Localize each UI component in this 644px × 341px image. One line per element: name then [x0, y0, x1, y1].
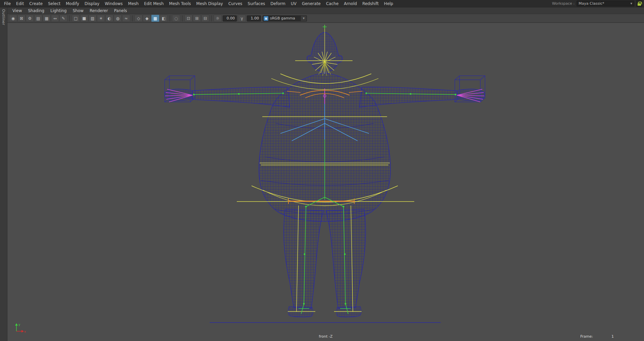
view-transform-value: sRGB gamma	[270, 16, 295, 20]
toolbar-separator	[182, 15, 182, 21]
menu-select[interactable]: Select	[45, 0, 63, 7]
chevron-down-icon: ▼	[631, 2, 632, 5]
camera-hud-label: front -Z	[319, 334, 332, 339]
panel-menu-show[interactable]: Show	[70, 7, 87, 14]
exposure-icon[interactable]: ☼	[214, 15, 222, 22]
exposure-field[interactable]: 0.00	[223, 15, 237, 21]
menu-generate[interactable]: Generate	[299, 0, 323, 7]
viewport-canvas[interactable]: y x	[7, 23, 644, 341]
menu-redshift[interactable]: Redshift	[360, 0, 381, 7]
panel-toolbar: ◉ ⊠ ⚙ ▤ ▦ ↔ ✎ □ ■ ▨ ☀ ◐ ◍ ≈ ◇ ◆ ▩ ◧	[7, 14, 644, 23]
safe-action-icon[interactable]: ⊟	[201, 15, 209, 22]
panel-menu-lighting[interactable]: Lighting	[47, 7, 70, 14]
menu-modify[interactable]: Modify	[63, 0, 82, 7]
menu-curves[interactable]: Curves	[226, 0, 245, 7]
toolbar-separator	[170, 15, 170, 21]
screen-space-ao-icon[interactable]: ◍	[114, 15, 122, 22]
panel-menu-view[interactable]: View	[9, 7, 25, 14]
workspace-select[interactable]: Maya Classic* ▼	[577, 1, 634, 6]
wireframe-mode-icon[interactable]: □	[72, 15, 80, 22]
gamma-icon[interactable]: γ	[238, 15, 246, 22]
wireframe-on-shaded-icon[interactable]: ▩	[151, 15, 159, 22]
main-menubar: File Edit Create Select Modify Display W…	[0, 0, 644, 7]
panel-menu-renderer[interactable]: Renderer	[87, 7, 111, 14]
svg-text:y: y	[18, 323, 20, 326]
outliner-panel-strip[interactable]: Outliner	[0, 7, 7, 341]
menu-create[interactable]: Create	[26, 0, 45, 7]
menu-help[interactable]: Help	[381, 0, 396, 7]
menu-edit-mesh[interactable]: Edit Mesh	[141, 0, 166, 7]
viewport-panel: View Shading Lighting Show Renderer Pane…	[7, 7, 644, 341]
outliner-panel-label: Outliner	[1, 9, 6, 341]
panel-menu-shading[interactable]: Shading	[25, 7, 47, 14]
default-material-icon[interactable]: ◧	[160, 15, 168, 22]
image-plane-icon[interactable]: ▦	[43, 15, 51, 22]
smooth-shade-mode-icon[interactable]: ■	[80, 15, 88, 22]
xray-icon[interactable]: ◇	[135, 15, 143, 22]
field-chart-icon[interactable]: ⊞	[193, 15, 201, 22]
workspace-lock-button[interactable]	[636, 0, 642, 7]
use-all-lights-icon[interactable]: ☀	[97, 15, 105, 22]
maya-window: File Edit Create Select Modify Display W…	[0, 0, 644, 341]
menu-arnold[interactable]: Arnold	[341, 0, 360, 7]
isolate-select-icon[interactable]: ◌	[172, 15, 180, 22]
select-camera-icon[interactable]: ◉	[9, 15, 17, 22]
motion-blur-icon[interactable]: ≈	[122, 15, 130, 22]
frame-hud-value: 1	[611, 334, 614, 339]
view-transform-select[interactable]: ▣ sRGB gamma ▼	[263, 15, 307, 21]
main-content: Outliner View Shading Lighting Show Rend…	[0, 7, 644, 341]
menu-windows[interactable]: Windows	[102, 0, 125, 7]
menu-mesh-tools[interactable]: Mesh Tools	[166, 0, 194, 7]
xray-joints-icon[interactable]: ◆	[143, 15, 151, 22]
menu-edit[interactable]: Edit	[13, 0, 26, 7]
menu-display[interactable]: Display	[82, 0, 102, 7]
svg-text:x: x	[24, 330, 26, 333]
view-axis-indicator: y x	[15, 323, 26, 333]
lock-camera-icon[interactable]: ⊠	[17, 15, 25, 22]
menu-surfaces[interactable]: Surfaces	[245, 0, 268, 7]
toolbar-separator	[69, 15, 70, 21]
menu-uv[interactable]: UV	[288, 0, 299, 7]
panel-menubar: View Shading Lighting Show Renderer Pane…	[7, 7, 644, 14]
toolbar-separator	[211, 15, 212, 21]
color-management-icon: ▣	[264, 16, 268, 21]
menu-file[interactable]: File	[1, 0, 13, 7]
textured-mode-icon[interactable]: ▨	[89, 15, 97, 22]
menu-deform[interactable]: Deform	[268, 0, 288, 7]
gate-mask-icon[interactable]: ⊡	[184, 15, 193, 22]
workspace-area: Workspace : Maya Classic* ▼	[552, 0, 644, 7]
lock-icon	[638, 3, 641, 6]
menu-mesh-display[interactable]: Mesh Display	[194, 0, 226, 7]
workspace-value: Maya Classic*	[579, 1, 604, 6]
grease-pencil-icon[interactable]: ✎	[59, 15, 67, 22]
shadows-icon[interactable]: ◐	[105, 15, 113, 22]
camera-attributes-icon[interactable]: ⚙	[26, 15, 34, 22]
viewport[interactable]: y x front -Z Frame: 1	[7, 23, 644, 341]
chevron-down-icon: ▼	[301, 16, 307, 21]
menu-cache[interactable]: Cache	[323, 0, 341, 7]
toolbar-separator	[132, 15, 132, 21]
panel-menu-panels[interactable]: Panels	[111, 7, 130, 14]
workspace-label: Workspace :	[552, 1, 575, 6]
menu-mesh[interactable]: Mesh	[125, 0, 142, 7]
bookmarks-icon[interactable]: ▤	[34, 15, 42, 22]
gamma-field[interactable]: 1.00	[247, 15, 261, 21]
frame-hud-label: Frame:	[580, 334, 593, 339]
2d-pan-zoom-icon[interactable]: ↔	[51, 15, 59, 22]
